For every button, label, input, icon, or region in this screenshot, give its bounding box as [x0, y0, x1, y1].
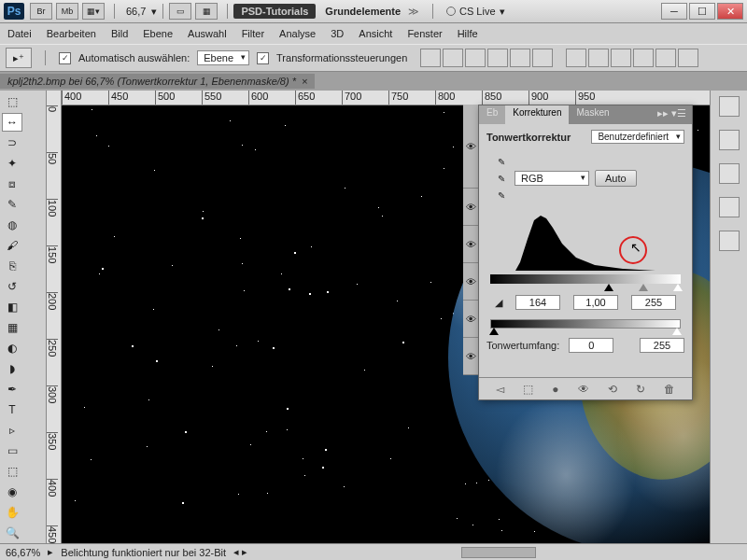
dist-left[interactable]: [633, 49, 654, 67]
layer-eye-1[interactable]: 👁: [463, 105, 478, 189]
menu-auswahl[interactable]: Auswahl: [188, 28, 227, 39]
dist-vcenter[interactable]: [588, 49, 609, 67]
zoom-tool[interactable]: 🔍: [2, 524, 22, 542]
arrange-button[interactable]: ▭: [169, 3, 191, 20]
menu-filter[interactable]: Filter: [242, 28, 264, 39]
move-tool-icon[interactable]: ▸⁺: [6, 48, 32, 68]
window-minimize[interactable]: ─: [661, 3, 687, 20]
midtone-input[interactable]: [573, 295, 618, 310]
highlight-input[interactable]: [631, 295, 676, 310]
tab-eb[interactable]: Eb: [479, 105, 505, 124]
menu-3d[interactable]: 3D: [331, 28, 344, 39]
prev-icon[interactable]: ⟲: [608, 383, 617, 396]
layer-eye-5[interactable]: 👁: [463, 301, 478, 338]
align-vcenter[interactable]: [443, 49, 463, 67]
reset-icon[interactable]: ↻: [636, 383, 645, 396]
dist-right[interactable]: [678, 49, 698, 67]
menu-bearbeiten[interactable]: Bearbeiten: [47, 28, 96, 39]
align-hcenter[interactable]: [510, 49, 530, 67]
bridge-button[interactable]: Br: [30, 3, 52, 20]
screen-mode-button[interactable]: ▦▾: [82, 3, 105, 20]
preset-dropdown[interactable]: Benutzerdefiniert: [591, 130, 684, 144]
align-top[interactable]: [420, 49, 441, 67]
layer-eye-3[interactable]: 👁: [463, 226, 478, 263]
menu-hilfe[interactable]: Hilfe: [458, 28, 478, 39]
layer-eye-6[interactable]: 👁: [463, 338, 478, 375]
styles-panel-icon[interactable]: [719, 163, 740, 184]
ruler-horizontal[interactable]: 400450500550600650700750800850900950: [62, 91, 710, 105]
marquee-tool[interactable]: ⬚: [2, 92, 22, 111]
swatches-panel-icon[interactable]: [719, 130, 740, 150]
shadow-slider[interactable]: [604, 284, 613, 291]
clip-icon[interactable]: ●: [552, 383, 558, 396]
menu-ansicht[interactable]: Ansicht: [359, 28, 392, 39]
tool-3d-cam[interactable]: ◉: [2, 483, 22, 501]
eyedropper-tool[interactable]: ✎: [2, 195, 22, 214]
stamp-tool[interactable]: ⎘: [2, 257, 22, 275]
menu-analyse[interactable]: Analyse: [279, 28, 316, 39]
crop-tool[interactable]: ⧈: [2, 175, 22, 193]
menu-datei[interactable]: Datei: [7, 28, 32, 39]
gradient-tool[interactable]: ▦: [2, 318, 22, 337]
document-tab[interactable]: kplj2th2.bmp bei 66,7% (Tonwertkorrektur…: [0, 74, 315, 89]
eraser-tool[interactable]: ◧: [2, 298, 22, 316]
menu-fenster[interactable]: Fenster: [407, 28, 442, 39]
dist-hcenter[interactable]: [655, 49, 676, 67]
horizontal-scrollbar[interactable]: [461, 547, 536, 558]
move-tool[interactable]: ↔: [2, 113, 22, 132]
auto-select-checkbox[interactable]: ✓: [59, 52, 71, 64]
wand-tool[interactable]: ✦: [2, 154, 22, 173]
tab-masken[interactable]: Masken: [569, 105, 616, 124]
delete-icon[interactable]: 🗑: [664, 383, 675, 396]
status-zoom[interactable]: 66,67%: [6, 547, 40, 558]
return-icon[interactable]: ◅: [496, 383, 504, 396]
shape-tool[interactable]: ▭: [2, 441, 22, 460]
eye-icon[interactable]: 👁: [578, 383, 589, 396]
heal-tool[interactable]: ◍: [2, 216, 22, 234]
tool-3d[interactable]: ⬚: [2, 462, 22, 481]
history-brush-tool[interactable]: ↺: [2, 277, 22, 296]
dist-top[interactable]: [566, 49, 586, 67]
expand-icon[interactable]: ⬚: [523, 383, 533, 396]
midtone-slider[interactable]: [639, 284, 648, 291]
type-tool[interactable]: T: [2, 400, 22, 419]
hand-tool[interactable]: ✋: [2, 503, 22, 522]
shadow-input[interactable]: [515, 295, 560, 310]
eyedropper-white[interactable]: ✎: [494, 189, 509, 202]
auto-button[interactable]: Auto: [595, 170, 637, 187]
align-left[interactable]: [487, 49, 508, 67]
channel-dropdown[interactable]: RGB: [514, 171, 589, 186]
extras-button[interactable]: ▦: [195, 3, 218, 20]
input-slider[interactable]: [490, 274, 681, 284]
align-right[interactable]: [532, 49, 553, 67]
brush-tool[interactable]: 🖌: [2, 236, 22, 255]
workspace-more[interactable]: ≫: [408, 6, 419, 18]
pen-tool[interactable]: ✒: [2, 380, 22, 399]
output-white-slider[interactable]: [672, 328, 682, 335]
workspace-psdtutorials[interactable]: PSD-Tutorials: [233, 4, 316, 19]
lasso-tool[interactable]: ⊃: [2, 133, 22, 152]
path-select-tool[interactable]: ▹: [2, 421, 22, 440]
eyedropper-black[interactable]: ✎: [494, 155, 509, 168]
ruler-vertical[interactable]: 050100150200250300350400450500550600: [47, 91, 62, 543]
transform-checkbox[interactable]: ✓: [257, 52, 269, 64]
panel-menu-icon[interactable]: ▸▸ ▾☰: [652, 105, 692, 124]
output-hi-input[interactable]: [640, 338, 684, 353]
tab-korrekturen[interactable]: Korrekturen: [505, 105, 569, 124]
adjustments-panel[interactable]: Eb Korrekturen Masken ▸▸ ▾☰ Tonwertkorre…: [478, 105, 693, 400]
dist-bottom[interactable]: [611, 49, 631, 67]
eyedropper-gray[interactable]: ✎: [494, 172, 509, 185]
document-tab-close[interactable]: ×: [302, 76, 307, 87]
layer-eye-4[interactable]: 👁: [463, 263, 478, 301]
align-bottom[interactable]: [465, 49, 486, 67]
workspace-grundelemente[interactable]: Grundelemente: [325, 6, 401, 17]
menu-ebene[interactable]: Ebene: [143, 28, 173, 39]
minibridge-button[interactable]: Mb: [56, 3, 78, 20]
output-black-slider[interactable]: [489, 328, 499, 335]
color-panel-icon[interactable]: [719, 96, 740, 117]
layer-eye-2[interactable]: 👁: [463, 189, 478, 226]
window-close[interactable]: ✕: [717, 3, 743, 20]
output-slider[interactable]: [490, 319, 681, 329]
auto-select-dropdown[interactable]: Ebene: [197, 50, 249, 65]
menu-bild[interactable]: Bild: [111, 28, 128, 39]
